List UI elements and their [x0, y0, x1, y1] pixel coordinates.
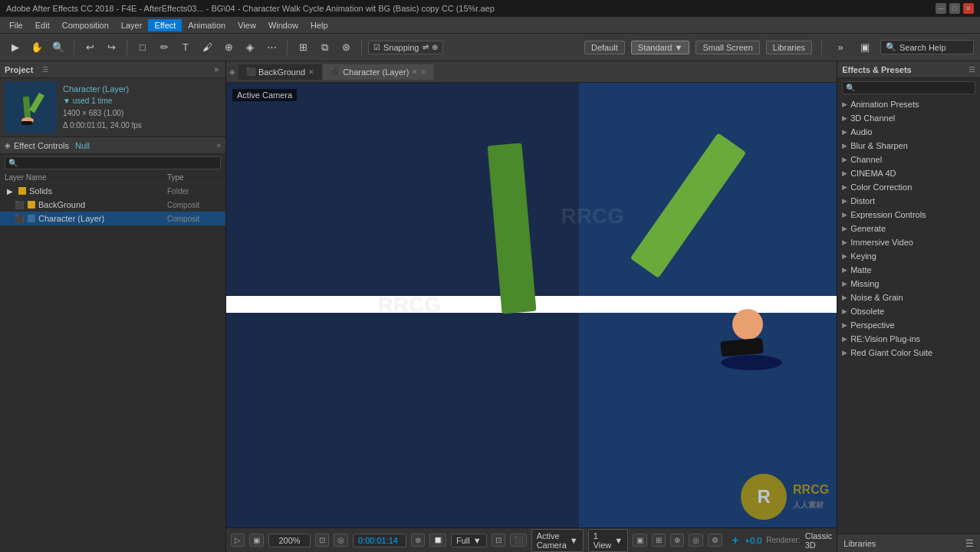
category-immersive-video[interactable]: ▶ Immersive Video	[837, 235, 980, 249]
monitor-icon[interactable]: ▣	[856, 38, 874, 57]
item-solids[interactable]: ▶ Solids Folder	[0, 184, 225, 198]
category-cinema4d[interactable]: ▶ CINEMA 4D	[837, 166, 980, 180]
menu-view[interactable]: View	[232, 19, 262, 31]
item-name-solids: Solids	[29, 186, 164, 196]
character-foot-1	[732, 309, 763, 340]
comp-icon-char: ⬛	[331, 67, 340, 76]
renderer-value[interactable]: Classic 3D	[805, 531, 832, 550]
time-display[interactable]: 0:00:01:14	[353, 534, 406, 547]
menu-file[interactable]: File	[3, 19, 29, 31]
distort-tool[interactable]: ⧉	[315, 38, 334, 57]
workspace-libraries[interactable]: Libraries	[766, 41, 812, 54]
effects-menu-icon[interactable]: ☰	[968, 65, 975, 74]
viewer-ctrl-plus[interactable]: +	[732, 534, 738, 547]
text-tool[interactable]: T	[176, 38, 195, 57]
rect-tool[interactable]: □	[133, 38, 152, 57]
category-audio[interactable]: ▶ Audio	[837, 125, 980, 139]
category-label-keying: Keying	[850, 251, 876, 261]
comp-tab-char-close[interactable]: ✕	[412, 68, 418, 76]
view-mode-dropdown[interactable]: 1 View ▼	[588, 529, 629, 552]
viewer-ctrl-gear[interactable]: ⚙	[708, 534, 722, 547]
workspace-default[interactable]: Default	[584, 41, 625, 54]
menu-animation[interactable]: Animation	[182, 19, 232, 31]
viewer-ctrl-overlay[interactable]: ◎	[689, 534, 703, 547]
watermark-rrcg-1: RRCG	[378, 293, 441, 317]
category-red-giant[interactable]: ▶ Red Giant Color Suite	[837, 346, 980, 360]
effects-search-input[interactable]	[842, 81, 975, 94]
category-label-expression-controls: Expression Controls	[850, 210, 926, 219]
libraries-icon[interactable]: ☰	[965, 538, 974, 549]
menu-window[interactable]: Window	[262, 19, 304, 31]
close-button[interactable]: ✕	[963, 3, 974, 14]
redo-tool[interactable]: ↪	[102, 38, 120, 57]
category-animation-presets[interactable]: ▶ Animation Presets	[837, 97, 980, 111]
undo-tool[interactable]: ↩	[81, 38, 99, 57]
menu-edit[interactable]: Edit	[29, 19, 56, 31]
maximize-button[interactable]: □	[949, 3, 960, 14]
category-blur-sharpen[interactable]: ▶ Blur & Sharpen	[837, 139, 980, 153]
select-tool[interactable]: ▶	[6, 38, 25, 57]
viewer-ctrl-monitor[interactable]: ▣	[249, 534, 264, 547]
menu-layer[interactable]: Layer	[115, 19, 149, 31]
zoom-tool[interactable]: 🔍	[49, 38, 67, 57]
category-missing[interactable]: ▶ Missing	[837, 277, 980, 291]
category-3d-channel[interactable]: ▶ 3D Channel	[837, 111, 980, 125]
viewer-ctrl-guide[interactable]: ⊕	[670, 534, 684, 547]
viewer-ctrl-2[interactable]: ⬛	[510, 534, 527, 547]
project-top: Character (Layer) ▼ used 1 time 1400 × 6…	[0, 78, 225, 137]
comp-tab-character[interactable]: ⬛ Character (Layer) ✕ ≡	[323, 64, 433, 80]
viewer-ctrl-fit[interactable]: ⊡	[315, 534, 329, 547]
minimize-button[interactable]: ─	[936, 3, 946, 14]
active-camera-dropdown[interactable]: Active Camera ▼	[531, 529, 584, 552]
viewer-ctrl-grid[interactable]: ⊞	[652, 534, 666, 547]
item-character-layer[interactable]: ⬛ Character (Layer) Composit	[0, 212, 225, 225]
category-expression-controls[interactable]: ▶ Expression Controls	[837, 208, 980, 222]
puppet-tool[interactable]: ◈	[241, 38, 259, 57]
zoom-display[interactable]: 200%	[268, 534, 311, 547]
hand-tool[interactable]: ✋	[28, 38, 46, 57]
item-background[interactable]: ⬛ BackGround Composit	[0, 198, 225, 212]
project-search-input[interactable]	[5, 156, 221, 169]
effect-controls-expand[interactable]: »	[216, 141, 221, 150]
project-panel-expand[interactable]: »	[212, 64, 221, 74]
brush-tool[interactable]: 🖌	[198, 38, 216, 57]
viewer-ctrl-bg[interactable]: 🔲	[429, 534, 446, 547]
category-noise-grain[interactable]: ▶ Noise & Grain	[837, 291, 980, 304]
pen-tool[interactable]: ✏	[155, 38, 173, 57]
menu-bar: File Edit Composition Layer Effect Anima…	[0, 17, 980, 34]
category-perspective[interactable]: ▶ Perspective	[837, 318, 980, 332]
category-obsolete[interactable]: ▶ Obsolete	[837, 304, 980, 318]
category-distort[interactable]: ▶ Distort	[837, 194, 980, 208]
comp-tab-background[interactable]: ⬛ BackGround ✕	[238, 64, 323, 80]
menu-help[interactable]: Help	[304, 19, 334, 31]
clone-tool[interactable]: ⊕	[219, 38, 238, 57]
menu-effect[interactable]: Effect	[148, 19, 182, 31]
category-color-correction[interactable]: ▶ Color Correction	[837, 180, 980, 194]
viewer-ctrl-1[interactable]: ⊡	[492, 534, 505, 547]
category-generate[interactable]: ▶ Generate	[837, 222, 980, 235]
quality-dropdown[interactable]: Full ▼	[451, 534, 487, 547]
extend-toolbar[interactable]: »	[831, 38, 850, 57]
category-label-distort: Distort	[850, 196, 875, 205]
category-keying[interactable]: ▶ Keying	[837, 249, 980, 263]
right-panel: Effects & Presets ☰ ▶ Animation Presets …	[837, 61, 980, 552]
comp-tab-char-menu[interactable]: ≡	[421, 68, 425, 76]
comp-tab-bg-close[interactable]: ✕	[308, 68, 314, 76]
feather-tool[interactable]: ⋯	[262, 38, 281, 57]
menu-composition[interactable]: Composition	[56, 19, 115, 31]
category-matte[interactable]: ▶ Matte	[837, 263, 980, 277]
workspace-standard[interactable]: Standard ▼	[631, 41, 690, 54]
category-revision-plugins[interactable]: ▶ RE:Vision Plug-ins	[837, 332, 980, 346]
viewer-ctrl-snap[interactable]: ⊛	[411, 534, 425, 547]
viewer-ctrl-3d[interactable]: ▣	[633, 534, 647, 547]
align-tool[interactable]: ⊞	[294, 38, 312, 57]
viewer-ctrl-preview[interactable]: ▷	[231, 534, 245, 547]
libraries-label: Libraries	[844, 539, 876, 548]
viewer-ctrl-cam[interactable]: ◎	[334, 534, 348, 547]
search-input[interactable]	[899, 43, 968, 52]
extra-tool[interactable]: ⊛	[337, 38, 355, 57]
category-label-3d-channel: 3D Channel	[850, 113, 895, 123]
category-channel[interactable]: ▶ Channel	[837, 153, 980, 166]
item-type-solids: Folder	[167, 187, 221, 196]
workspace-small-screen[interactable]: Small Screen	[696, 41, 759, 54]
